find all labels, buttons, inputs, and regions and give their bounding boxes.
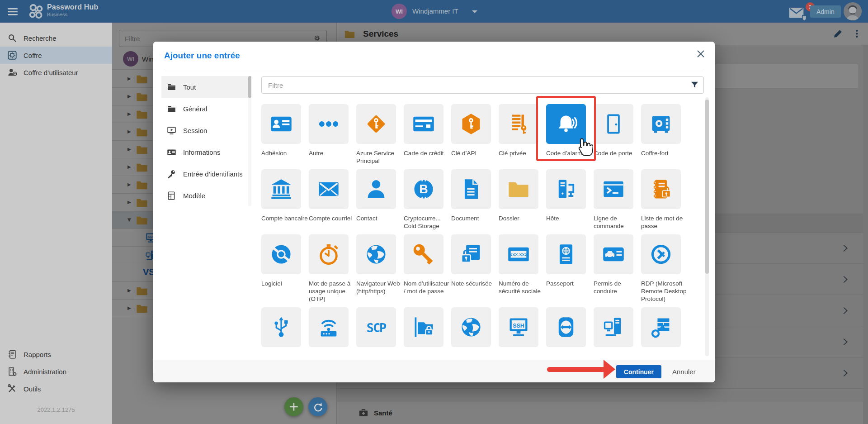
entry-type-tile[interactable] (404, 307, 443, 353)
category-item[interactable]: Informations (161, 141, 248, 163)
entry-type-grid: AdhésionAutreAzure Service PrincipalCart… (261, 97, 710, 360)
azure-icon (356, 104, 396, 144)
entry-type-label: Clé d’API (451, 149, 498, 157)
category-item[interactable]: Général (161, 98, 248, 119)
entry-type-label: Dossier (499, 214, 546, 222)
entry-type-label: Document (451, 214, 498, 222)
router-icon (309, 307, 349, 347)
cancel-button[interactable]: Annuler (669, 365, 699, 378)
category-item[interactable]: Modèle (161, 185, 248, 206)
software-icon (261, 234, 301, 274)
category-item[interactable]: Tout (161, 76, 248, 98)
entry-type-tile[interactable]: Code de porte (594, 104, 633, 165)
category-list: Tout Général Session Informations Entrée… (161, 76, 248, 206)
entry-type-tile[interactable] (309, 307, 349, 353)
email-icon (309, 169, 349, 209)
secure-note-icon (451, 234, 491, 274)
entry-type-label: Autre (309, 149, 356, 157)
entry-type-tile[interactable] (594, 307, 633, 353)
private-key-icon (499, 104, 538, 144)
entry-type-tile[interactable]: Navigateur Web (http/https) (356, 234, 396, 303)
continue-button[interactable]: Continuer (616, 365, 661, 378)
entry-type-label: Cryptocurre... Cold Storage (404, 214, 451, 230)
entry-type-label: Code d’alarme (546, 149, 593, 157)
workstation-icon (594, 307, 633, 347)
entry-type-tile[interactable]: Carte de crédit (404, 104, 443, 165)
session-icon (167, 126, 176, 135)
entry-type-tile[interactable]: Mot de passe à usage unique (OTP) (309, 234, 349, 303)
entry-type-label: RDP (Microsoft Remote Desktop Protocol) (641, 280, 688, 303)
entry-type-label: Carte de crédit (404, 149, 451, 157)
entry-type-tile[interactable]: Contact (356, 169, 396, 230)
svg-text:SCP: SCP (367, 321, 387, 335)
filter-icon[interactable] (690, 81, 699, 89)
entry-type-tile[interactable] (641, 307, 681, 353)
entry-type-label: Azure Service Principal (356, 149, 403, 165)
firewall-key-icon (641, 307, 681, 347)
passport-icon (546, 234, 586, 274)
entry-type-tile[interactable]: Autre (309, 104, 349, 165)
entry-filter-input[interactable] (261, 76, 704, 94)
entry-type-tile[interactable]: Adhésion (261, 104, 301, 165)
entry-type-tile[interactable]: Clé d’API (451, 104, 491, 165)
entry-type-tile[interactable]: SCP (356, 307, 396, 353)
browser-icon (451, 307, 491, 347)
entry-type-tile[interactable]: Compte courriel (309, 169, 349, 230)
entry-type-tile[interactable]: Hôte (546, 169, 586, 230)
document-icon (451, 169, 491, 209)
entry-type-tile[interactable] (546, 307, 586, 353)
ssn-icon: XXX-XXX (499, 234, 538, 274)
entry-type-tile[interactable]: Passeport (546, 234, 586, 303)
annotation-arrow (547, 367, 604, 372)
category-item[interactable]: Entrée d’identifiants (161, 163, 248, 185)
entry-type-tile[interactable]: Ligne de commande (594, 169, 633, 230)
entry-type-tile[interactable]: Permis de conduire (594, 234, 633, 303)
entry-type-tile[interactable]: Logiciel (261, 234, 301, 303)
category-scrollbar[interactable] (248, 76, 251, 206)
entry-type-tile[interactable]: Document (451, 169, 491, 230)
svg-text:SSH: SSH (513, 323, 524, 329)
entry-type-label: Code de porte (594, 149, 641, 157)
entry-type-tile[interactable]: Coffre-fort (641, 104, 681, 165)
entry-type-label: Nom d’utilisateur / mot de passe (404, 280, 451, 295)
category-label: Tout (183, 83, 196, 91)
door-icon (594, 104, 633, 144)
folder-lock-icon (404, 307, 443, 347)
entry-type-label: Passeport (546, 280, 593, 287)
category-item[interactable]: Session (161, 119, 248, 141)
alarm-icon (546, 104, 586, 144)
entry-type-tile[interactable]: Note sécurisée (451, 234, 491, 303)
category-label: Entrée d’identifiants (183, 170, 243, 178)
entry-type-tile[interactable]: Code d’alarme (546, 104, 586, 165)
category-label: Modèle (183, 192, 205, 200)
entry-type-tile[interactable] (451, 307, 491, 353)
entry-type-label: Note sécurisée (451, 280, 498, 287)
entry-type-tile[interactable]: Nom d’utilisateur / mot de passe (404, 234, 443, 303)
entry-type-label: Adhésion (261, 149, 308, 157)
entry-type-tile[interactable]: RDP (Microsoft Remote Desktop Protocol) (641, 234, 681, 303)
entry-type-label: Contact (356, 214, 403, 222)
crypto-icon: B (404, 169, 443, 209)
entry-type-tile[interactable]: Liste de mot de passe (641, 169, 681, 230)
entry-type-tile[interactable] (261, 307, 301, 353)
otp-icon (309, 234, 349, 274)
entry-type-tile[interactable]: BCryptocurre... Cold Storage (404, 169, 443, 230)
folder-icon (499, 169, 538, 209)
entry-type-tile[interactable]: Clé privée (499, 104, 538, 165)
browser-icon (356, 234, 396, 274)
dialog-footer: Continuer Annuler (153, 360, 715, 382)
entry-type-label: Liste de mot de passe (641, 214, 688, 230)
entry-type-tile[interactable]: XXX-XXXNuméro de sécurité sociale (499, 234, 538, 303)
svg-text:XXX-XXX: XXX-XXX (509, 252, 528, 257)
close-icon[interactable] (696, 49, 706, 59)
entry-type-tile[interactable]: Dossier (499, 169, 538, 230)
entry-type-label: Clé privée (499, 149, 546, 157)
entry-type-label: Numéro de sécurité sociale (499, 280, 546, 295)
entry-type-tile[interactable]: Compte bancaire (261, 169, 301, 230)
svg-text:B: B (419, 182, 428, 196)
entry-type-label: Ligne de commande (594, 214, 641, 230)
grid-scrollbar[interactable] (705, 97, 709, 356)
usb-icon (261, 307, 301, 347)
entry-type-tile[interactable]: Azure Service Principal (356, 104, 396, 165)
entry-type-tile[interactable]: SSH (499, 307, 538, 353)
